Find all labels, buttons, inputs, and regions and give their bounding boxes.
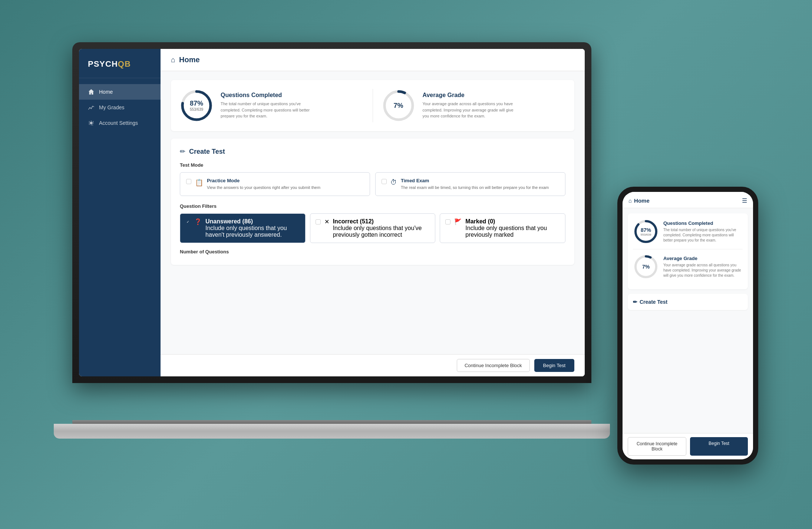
- phone-header-title: ⌂ Home: [628, 197, 650, 204]
- grade-percent: 7%: [393, 102, 403, 110]
- unanswered-filter[interactable]: ✓ ❓ Unanswered (86) Include only questio…: [180, 213, 306, 243]
- phone-questions-row: 87% 553/639 Questions Completed The tota…: [633, 219, 743, 244]
- practice-title: Practice Mode: [207, 178, 320, 183]
- sidebar-item-home-label: Home: [99, 89, 113, 95]
- questions-completed-card: 87% 553/639 Questions Completed The tota…: [180, 89, 364, 122]
- laptop-body: PSYCHQB Home: [72, 42, 591, 383]
- page-header-icon: ⌂: [171, 56, 175, 64]
- questions-title: Questions Completed: [221, 92, 317, 99]
- incorrect-desc: Include only questions that you've previ…: [333, 225, 430, 238]
- sidebar-item-settings[interactable]: Account Settings: [79, 115, 161, 131]
- phone-questions-circle: 87% 553/639: [633, 219, 659, 244]
- timed-title: Timed Exam: [401, 178, 549, 183]
- phone-grade-row: 7% Average Grade Your average grade acro…: [633, 249, 743, 280]
- phone-continue-button[interactable]: Continue Incomplete Block: [628, 437, 686, 456]
- phone-questions-frac: 553/639: [641, 233, 651, 236]
- phone-questions-info: Questions Completed The total number of …: [663, 220, 743, 243]
- phone-grade-title: Average Grade: [663, 256, 743, 261]
- footer-bar: Continue Incomplete Block Begin Test: [161, 354, 585, 376]
- home-icon: [88, 89, 95, 95]
- sidebar-nav: Home My Grades Account Set: [79, 78, 161, 137]
- timed-icon: ⏱: [390, 179, 397, 186]
- practice-content: Practice Mode View the answers to your q…: [207, 178, 320, 190]
- phone-begin-button[interactable]: Begin Test: [690, 437, 748, 456]
- num-questions-label: Number of Questions: [180, 249, 565, 254]
- stats-row: 87% 553/639 Questions Completed The tota…: [171, 80, 574, 131]
- test-mode-label: Test Mode: [180, 162, 565, 168]
- grade-desc: Your average grade across all questions …: [423, 101, 519, 119]
- questions-info: Questions Completed The total number of …: [221, 92, 317, 119]
- practice-mode-card[interactable]: 📋 Practice Mode View the answers to your…: [180, 172, 370, 196]
- sidebar-item-settings-label: Account Settings: [99, 120, 138, 126]
- phone-create-label: Create Test: [640, 299, 667, 305]
- grade-circle: 7%: [382, 89, 415, 122]
- settings-icon: [88, 120, 95, 126]
- unanswered-content: Unanswered (86) Include only questions t…: [205, 218, 300, 238]
- page-header: ⌂ Home: [161, 49, 585, 71]
- laptop-screen: PSYCHQB Home: [79, 49, 585, 376]
- sidebar-item-grades[interactable]: My Grades: [79, 100, 161, 115]
- timed-checkbox[interactable]: [382, 179, 387, 184]
- timed-desc: The real exam will be timed, so turning …: [401, 185, 549, 190]
- logo: PSYCHQB: [88, 59, 152, 69]
- marked-icon: 🚩: [454, 218, 462, 225]
- logo-area: PSYCHQB: [79, 49, 161, 78]
- phone-questions-percent: 87%: [641, 227, 651, 233]
- phone-footer: Continue Incomplete Block Begin Test: [623, 433, 753, 459]
- phone-grade-circle: 7%: [633, 254, 659, 280]
- phone-grade-percent: 7%: [642, 264, 650, 270]
- sidebar-item-grades-label: My Grades: [99, 104, 124, 110]
- sidebar-item-home[interactable]: Home: [79, 84, 161, 100]
- incorrect-filter[interactable]: ✕ Incorrect (512) Include only questions…: [310, 213, 436, 243]
- questions-percent: 87%: [190, 100, 203, 107]
- phone-content: 87% 553/639 Questions Completed The tota…: [623, 208, 753, 433]
- marked-content: Marked (0) Include only questions that y…: [465, 218, 560, 238]
- phone-body: ⌂ Home ☰: [617, 187, 758, 465]
- marked-checkbox[interactable]: [445, 219, 450, 224]
- unanswered-desc: Include only questions that you haven't …: [205, 225, 300, 238]
- marked-desc: Include only questions that you previous…: [465, 225, 560, 238]
- laptop-base: [54, 424, 610, 439]
- laptop-device: PSYCHQB Home: [54, 42, 610, 450]
- incorrect-content: Incorrect (512) Include only questions t…: [333, 218, 430, 238]
- incorrect-title: Incorrect (512): [333, 218, 430, 225]
- phone-grade-info: Average Grade Your average grade across …: [663, 256, 743, 278]
- questions-desc: The total number of unique questions you…: [221, 101, 317, 119]
- filters-label: Question Filters: [180, 203, 565, 209]
- phone-create-title: ✏ Create Test: [633, 299, 743, 305]
- unanswered-title: Unanswered (86): [205, 218, 300, 225]
- filters-row: ✓ ❓ Unanswered (86) Include only questio…: [180, 213, 565, 243]
- grade-info: Average Grade Your average grade across …: [423, 92, 519, 119]
- phone-stats: 87% 553/639 Questions Completed The tota…: [628, 213, 748, 289]
- test-modes-row: 📋 Practice Mode View the answers to your…: [180, 172, 565, 196]
- continue-incomplete-button[interactable]: Continue Incomplete Block: [457, 359, 530, 372]
- incorrect-checkbox[interactable]: [316, 219, 321, 224]
- unanswered-checkbox[interactable]: ✓: [185, 219, 191, 224]
- hamburger-icon[interactable]: ☰: [742, 197, 747, 204]
- average-grade-card: 7% Average Grade Your average grade acro…: [373, 89, 566, 122]
- incorrect-icon: ✕: [324, 218, 329, 225]
- phone-home-icon: ⌂: [628, 197, 632, 204]
- logo-gold: QB: [118, 59, 131, 69]
- grade-title: Average Grade: [423, 92, 519, 99]
- phone-questions-title: Questions Completed: [663, 220, 743, 226]
- phone-device: ⌂ Home ☰: [617, 187, 758, 465]
- begin-test-button[interactable]: Begin Test: [534, 359, 574, 372]
- practice-checkbox[interactable]: [186, 179, 191, 184]
- timed-content: Timed Exam The real exam will be timed, …: [401, 178, 549, 190]
- content-area: 87% 553/639 Questions Completed The tota…: [161, 71, 585, 354]
- questions-circle: 87% 553/639: [180, 89, 213, 122]
- create-test-header: ✏ Create Test: [180, 147, 565, 156]
- phone-grade-desc: Your average grade across all questions …: [663, 263, 743, 278]
- marked-title: Marked (0): [465, 218, 560, 225]
- phone-screen: ⌂ Home ☰: [623, 192, 753, 459]
- create-test-icon: ✏: [180, 147, 185, 156]
- practice-icon: 📋: [195, 179, 203, 187]
- timed-exam-card[interactable]: ⏱ Timed Exam The real exam will be timed…: [375, 172, 565, 196]
- phone-create-section: ✏ Create Test: [628, 294, 748, 310]
- phone-questions-desc: The total number of unique questions you…: [663, 227, 743, 243]
- create-test-title: Create Test: [189, 148, 225, 156]
- page-title: Home: [179, 56, 200, 64]
- marked-filter[interactable]: 🚩 Marked (0) Include only questions that…: [440, 213, 565, 243]
- create-test-section: ✏ Create Test Test Mode 📋 Practice Mode: [171, 139, 574, 265]
